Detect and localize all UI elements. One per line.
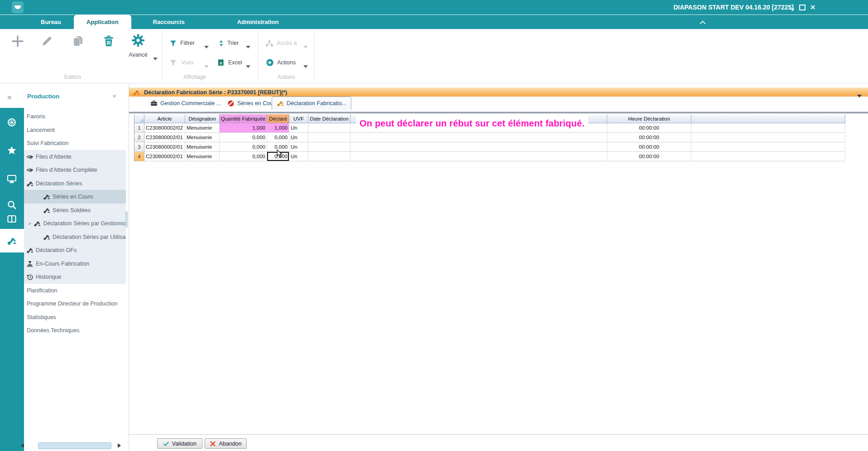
sidebar-item-donn-es-techniques[interactable]: Données Techniques [24, 324, 126, 337]
column-header[interactable]: UVF [289, 114, 308, 123]
app-logo-icon[interactable] [12, 1, 24, 13]
cell-col9[interactable] [691, 152, 845, 161]
actions-caret-icon[interactable] [303, 62, 308, 64]
sidebar-item-suivi-fabrication[interactable]: Suivi Fabrication [24, 136, 126, 150]
excel-button[interactable]: Excel [228, 59, 242, 66]
column-header[interactable]: Date Déclaration [308, 114, 350, 123]
views-button[interactable]: Vues [181, 59, 194, 66]
excel-caret-icon[interactable] [246, 62, 250, 64]
sidebar-item-statistiques[interactable]: Statistiques [24, 310, 126, 324]
scroll-right-arrow[interactable] [118, 443, 121, 448]
cell-declare[interactable]: 0,000 [267, 133, 289, 142]
sidebar-item-d-claration-ofs[interactable]: Déclaration OFs [24, 243, 126, 257]
sidebar-vertical-scroll-thumb[interactable] [125, 211, 128, 228]
sidebar-item-files-d-attente-compl-te[interactable]: Files d'Attente Complète [24, 163, 126, 177]
menu-tab-raccourcis[interactable]: Raccourcis [140, 15, 197, 29]
menu-tab-bureau[interactable]: Bureau [28, 15, 74, 29]
cell-col9[interactable] [691, 142, 845, 152]
sidebar-splitter[interactable] [129, 84, 129, 451]
robot-arm-icon[interactable] [7, 236, 17, 246]
wheel-icon[interactable] [7, 117, 17, 127]
column-header[interactable]: Article [144, 114, 185, 123]
sidebar-item-s-ries-en-cours[interactable]: Séries en Cours [24, 190, 126, 204]
cell-article[interactable]: C230800002/01 [144, 133, 185, 142]
sidebar-close-icon[interactable]: × [112, 92, 116, 100]
cell-col9[interactable] [691, 123, 845, 133]
cell-article[interactable]: C230800002/02 [144, 123, 185, 133]
excel-icon[interactable]: x [217, 58, 225, 67]
actions-button[interactable]: Actions [277, 59, 296, 66]
sort-caret-icon[interactable] [246, 42, 250, 45]
column-header[interactable] [134, 114, 144, 123]
sidebar-horizontal-scroll-thumb[interactable] [38, 442, 111, 449]
sidebar-item-planification[interactable]: Planification [24, 284, 126, 297]
scroll-left-arrow[interactable] [21, 443, 24, 448]
sort-button[interactable]: Trier [227, 40, 239, 46]
advanced-gear-button[interactable] [130, 33, 146, 48]
collapse-ribbon-icon[interactable] [700, 18, 706, 22]
cell-heure[interactable]: 00:00:00 [607, 142, 691, 152]
sidebar-item-en-cours-fabrication[interactable]: En-Cours Fabrication [24, 257, 126, 271]
sidebar-item-favoris[interactable]: Favoris [24, 110, 126, 123]
column-header[interactable]: Quantité Fabriquée [220, 114, 267, 123]
filter-caret-icon[interactable] [204, 42, 209, 45]
sidebar-item-historique[interactable]: Historique [24, 270, 126, 284]
search-icon[interactable] [7, 200, 17, 210]
delete-trash-button[interactable] [101, 34, 116, 48]
advanced-caret-icon[interactable] [153, 54, 158, 57]
copy-button[interactable] [72, 34, 85, 48]
access-button[interactable]: Accès à [277, 40, 297, 46]
menu-tab-administration[interactable]: Administration [225, 15, 292, 29]
columns-icon[interactable] [7, 214, 17, 224]
filter-button[interactable]: Filtrer [180, 40, 195, 46]
actions-arrow-icon[interactable] [266, 58, 274, 67]
close-button[interactable]: ✕ [808, 0, 818, 15]
cell-article[interactable]: C230800002/01 [144, 142, 185, 152]
row-header[interactable]: 3 [134, 142, 144, 152]
cell-uvf[interactable]: Un [289, 123, 308, 133]
document-header-bar[interactable]: Déclaration Fabrication Série : P2337000… [129, 87, 868, 97]
column-header[interactable] [691, 114, 845, 123]
cell-col7[interactable] [350, 152, 607, 161]
sidebar-item-s-ries-sold-es[interactable]: Séries Soldées [24, 204, 126, 217]
monitor-icon[interactable] [7, 174, 17, 184]
cell-declare[interactable]: 1,000 [267, 123, 289, 133]
cell-quantite[interactable]: 0,000 [220, 142, 267, 152]
column-header[interactable]: Désignation [185, 114, 220, 123]
sidebar-item-lancement[interactable]: Lancement [24, 123, 126, 137]
row-header[interactable]: 4 [134, 152, 144, 161]
cell-designation[interactable]: Menuiserie [185, 142, 220, 152]
column-header[interactable]: Heure Déclaration [607, 114, 691, 123]
advanced-label[interactable]: Avancé [125, 52, 152, 58]
content-tab-1[interactable]: Gestion Commerciale ... [146, 97, 225, 110]
cell-uvf[interactable]: Un [289, 133, 308, 142]
cell-date[interactable] [308, 133, 350, 142]
cell-uvf[interactable]: Un [289, 142, 308, 152]
sidebar-item-d-claration-s-ries-par-gestionnair[interactable]: >Déclaration Séries par Gestionnair [24, 217, 126, 230]
edit-pencil-button[interactable] [40, 34, 53, 48]
cell-article[interactable]: C230800002/01 [144, 152, 185, 161]
expand-chevron-icon[interactable]: > [28, 221, 31, 226]
sidebar-item-programme-directeur-de-production[interactable]: Programme Directeur de Production [24, 297, 126, 310]
menu-tab-application[interactable]: Application [74, 15, 131, 29]
cell-designation[interactable]: Menuiserie [185, 123, 220, 133]
row-header[interactable]: 2 [134, 133, 144, 142]
sidebar-item-d-claration-s-ries[interactable]: Déclaration Séries [24, 177, 126, 190]
cell-date[interactable] [308, 123, 350, 133]
abandon-button[interactable]: Abandon [205, 438, 247, 449]
row-header[interactable]: 1 [134, 123, 144, 133]
select-all-icon[interactable] [139, 118, 144, 122]
validation-button[interactable]: Validation [157, 438, 202, 449]
add-button[interactable] [11, 34, 24, 48]
cell-heure[interactable]: 00:00:00 [607, 152, 691, 161]
cell-quantite[interactable]: 1,000 [220, 123, 267, 133]
cell-quantite[interactable]: 0,000 [220, 133, 267, 142]
cell-heure[interactable]: 00:00:00 [607, 133, 691, 142]
cell-col7[interactable] [350, 142, 607, 152]
sort-icon[interactable] [217, 39, 225, 47]
cell-date[interactable] [308, 142, 350, 152]
minimize-button[interactable] [786, 0, 796, 15]
cell-quantite[interactable]: 0,000 [220, 152, 267, 161]
sidebar-item-d-claration-s-ries-par-utilisateur[interactable]: Déclaration Séries par Utilisateur [24, 230, 126, 244]
cell-date[interactable] [308, 152, 350, 161]
